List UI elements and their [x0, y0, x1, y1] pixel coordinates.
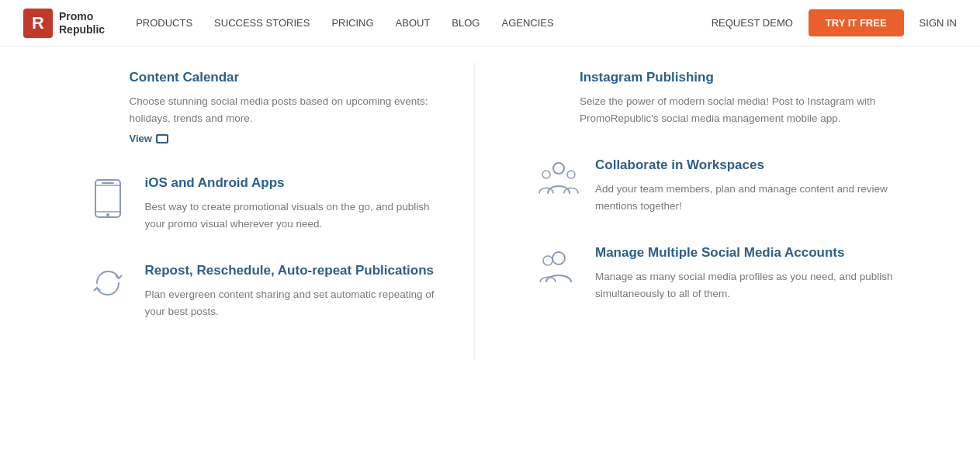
request-demo-button[interactable]: REQUEST DEMO — [712, 17, 793, 29]
feature-title-content-calendar: Content Calendar — [130, 70, 444, 85]
feature-content-instagram-text: Instagram Publishing Seize the power of … — [580, 70, 894, 126]
feature-title-ios: iOS and Android Apps — [145, 175, 444, 191]
svg-point-6 — [542, 171, 550, 178]
nav-links: PRODUCTS SUCCESS STORIES PRICING ABOUT B… — [136, 17, 712, 29]
feature-content-ios-text: iOS and Android Apps Best way to create … — [145, 175, 444, 232]
feature-content-collaborate-text: Collaborate in Workspaces Add your team … — [595, 157, 894, 214]
feature-content-multiple-accounts-text: Manage Multiple Social Media Accounts Ma… — [595, 245, 894, 302]
nav-blog[interactable]: BLOG — [452, 17, 480, 29]
people-icon — [537, 245, 580, 282]
main-content: Content Calendar Choose stunning social … — [25, 47, 956, 375]
feature-content-calendar: Content Calendar Choose stunning social … — [87, 70, 444, 144]
feature-repost: Repost, Reschedule, Auto-repeat Publicat… — [87, 263, 444, 320]
sign-in-button[interactable]: SIGN IN — [919, 17, 957, 29]
right-column: Instagram Publishing Seize the power of … — [475, 62, 956, 359]
nav-agencies[interactable]: AGENCIES — [501, 17, 553, 29]
svg-point-9 — [543, 256, 552, 265]
feature-title-multiple-accounts: Manage Multiple Social Media Accounts — [595, 245, 894, 261]
feature-content-calendar-text: Content Calendar Choose stunning social … — [130, 70, 444, 144]
team-icon — [537, 157, 580, 195]
feature-title-collaborate: Collaborate in Workspaces — [595, 157, 894, 173]
feature-instagram: Instagram Publishing Seize the power of … — [537, 70, 894, 126]
navbar: R Promo Republic PRODUCTS SUCCESS STORIE… — [0, 0, 980, 47]
svg-point-5 — [553, 163, 564, 174]
svg-point-2 — [106, 213, 109, 216]
feature-desc-instagram: Seize the power of modern social media! … — [580, 93, 894, 126]
try-free-button[interactable]: TRY IT FREE — [809, 9, 904, 36]
feature-multiple-accounts: Manage Multiple Social Media Accounts Ma… — [537, 245, 894, 302]
feature-content-repost-text: Repost, Reschedule, Auto-repeat Publicat… — [145, 263, 444, 320]
svg-point-8 — [552, 252, 565, 264]
svg-rect-1 — [102, 182, 114, 184]
phone-icon — [87, 175, 130, 219]
left-column: Content Calendar Choose stunning social … — [25, 62, 476, 359]
feature-collaborate: Collaborate in Workspaces Add your team … — [537, 157, 894, 214]
nav-right: REQUEST DEMO TRY IT FREE SIGN IN — [712, 9, 957, 36]
nav-success-stories[interactable]: SUCCESS STORIES — [214, 17, 310, 29]
feature-desc-ios: Best way to create promotional visuals o… — [145, 199, 444, 232]
image-icon — [156, 134, 168, 143]
feature-desc-collaborate: Add your team members, plan and manage c… — [595, 181, 894, 214]
logo[interactable]: R Promo Republic — [23, 9, 105, 38]
nav-products[interactable]: PRODUCTS — [136, 17, 192, 29]
logo-text: Promo Republic — [59, 10, 105, 36]
feature-desc-repost: Plan evergreen content sharing and set a… — [145, 286, 444, 320]
feature-desc-multiple-accounts: Manage as many social media profiles as … — [595, 268, 894, 302]
feature-ios-android: iOS and Android Apps Best way to create … — [87, 175, 444, 232]
view-link-content-calendar[interactable]: View — [130, 133, 168, 144]
nav-about[interactable]: ABOUT — [396, 17, 431, 29]
repeat-icon — [87, 263, 130, 300]
feature-title-instagram: Instagram Publishing — [580, 70, 894, 85]
logo-icon: R — [23, 9, 53, 38]
feature-desc-content-calendar: Choose stunning social media posts based… — [130, 93, 444, 126]
feature-title-repost: Repost, Reschedule, Auto-repeat Publicat… — [145, 263, 444, 278]
svg-point-7 — [567, 171, 575, 178]
nav-pricing[interactable]: PRICING — [331, 17, 373, 29]
